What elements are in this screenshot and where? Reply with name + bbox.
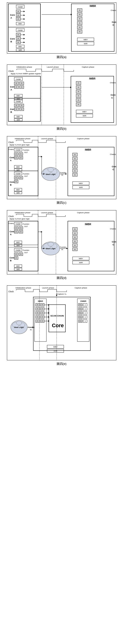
svg-text:PI: PI: [20, 157, 22, 159]
svg-text:PI: PI: [74, 166, 76, 168]
figure-e-section: Initialization phase Launch phase Captur…: [1, 285, 122, 367]
svg-text:WBY: WBY: [82, 111, 86, 113]
svg-text:Core: Core: [10, 108, 15, 110]
svg-text:Capture phase: Capture phase: [77, 212, 90, 214]
svg-text:PI: PI: [17, 42, 19, 43]
svg-text:B: B: [10, 260, 12, 262]
svg-text:Core: Core: [10, 156, 14, 159]
svg-text:PI: PI: [74, 245, 76, 246]
svg-text:WBY: WBY: [18, 23, 22, 24]
svg-text:IN: IN: [62, 174, 63, 176]
svg-text:Core: Core: [10, 230, 14, 233]
svg-text:B: B: [10, 184, 12, 186]
svg-text:WBY: WBY: [18, 46, 22, 47]
svg-text:Chains: Chains: [110, 228, 116, 230]
svg-point-287: [16, 321, 22, 325]
svg-text:PI: PI: [78, 100, 79, 101]
svg-text:OWBR: OWBR: [16, 250, 21, 251]
svg-text:PI: PI: [42, 312, 43, 314]
svg-text:IWBR: IWBR: [90, 5, 96, 8]
svg-text:PI: PI: [16, 108, 17, 110]
svg-text:PI: PI: [20, 254, 22, 255]
svg-text:WBY: WBY: [78, 258, 83, 260]
svg-text:OUT: OUT: [24, 176, 28, 177]
svg-text:B: B: [10, 40, 12, 43]
svg-text:WIR: WIR: [82, 115, 86, 117]
svg-text:WIR: WIR: [79, 262, 83, 264]
svg-text:PO: PO: [79, 320, 82, 322]
fig-c-caption: 圖四(c): [56, 201, 66, 205]
svg-text:PI: PI: [74, 232, 76, 234]
svg-text:Apply V₁ from glue logic: Apply V₁ from glue logic: [10, 144, 30, 146]
svg-text:Launch phase: Launch phase: [41, 212, 53, 214]
figure-e-diagram: Initialization phase Launch phase Captur…: [7, 285, 116, 360]
svg-text:WIR: WIR: [16, 245, 20, 246]
svg-text:WBY: WBY: [78, 182, 83, 184]
svg-text:X: X: [84, 316, 86, 318]
svg-text:Clock: Clock: [8, 70, 14, 72]
svg-text:WIR: WIR: [16, 169, 20, 171]
svg-text:PI: PI: [15, 254, 17, 255]
figure-d-section: Initialization phase Launch phase Captur…: [1, 210, 122, 281]
svg-text:PI: PI: [17, 38, 19, 40]
svg-text:PI: PI: [74, 154, 76, 156]
svg-text:Initialization phase: Initialization phase: [15, 212, 30, 214]
svg-text:Capture phase: Capture phase: [77, 138, 90, 140]
svg-text:WIR: WIR: [79, 186, 83, 188]
svg-text:PI: PI: [74, 249, 76, 250]
fig-b-caption: 圖四(b): [56, 126, 66, 131]
svg-text:Glue Logic: Glue Logic: [46, 173, 56, 176]
fig-e-caption: 圖四(e): [56, 362, 66, 366]
figures-container: Core A OWBR PI PI PI WBY: [0, 0, 123, 374]
svg-text:PO: PO: [79, 308, 82, 310]
svg-text:Clock: Clock: [8, 141, 14, 144]
fig-a-caption: 圖四(a): [56, 55, 66, 59]
svg-text:Initialization phase: Initialization phase: [16, 66, 32, 68]
svg-text:PI: PI: [21, 82, 22, 84]
svg-text:A: A: [10, 159, 12, 162]
svg-rect-129: [8, 147, 38, 196]
svg-text:PI: PI: [20, 177, 22, 179]
svg-text:PI: PI: [20, 231, 22, 233]
svg-text:PI: PI: [37, 312, 38, 314]
svg-text:PI: PI: [79, 14, 80, 16]
svg-text:Capture phase: Capture phase: [74, 287, 87, 289]
svg-text:OWBR: OWBR: [16, 223, 21, 225]
svg-text:PI: PI: [15, 227, 17, 229]
svg-text:PI: PI: [74, 236, 76, 238]
svg-text:Core: Core: [111, 94, 116, 96]
svg-text:X: X: [84, 308, 86, 310]
svg-text:Core: Core: [10, 38, 15, 40]
svg-text:WBY: WBY: [16, 166, 20, 168]
svg-text:Capture phase: Capture phase: [82, 66, 94, 68]
svg-text:PI: PI: [78, 87, 79, 88]
figure-c-diagram: Initialization phase Launch phase Captur…: [7, 136, 116, 199]
svg-text:PI: PI: [79, 22, 80, 24]
svg-text:Capture V₀: Capture V₀: [57, 293, 66, 295]
fig-d-caption: 圖四(d): [56, 276, 66, 280]
svg-text:WBY: WBY: [83, 38, 88, 41]
svg-text:C: C: [111, 96, 113, 99]
svg-text:PI: PI: [42, 320, 43, 322]
figure-b-section: Initialization phase Launch phase Captur…: [1, 64, 122, 132]
svg-text:WBY: WBY: [16, 95, 20, 96]
svg-text:PI: PI: [37, 320, 38, 322]
svg-text:PI: PI: [79, 10, 80, 11]
svg-text:PI: PI: [37, 308, 38, 310]
svg-text:Launch phase: Launch phase: [47, 66, 59, 68]
svg-text:SCAN CHAIN: SCAN CHAIN: [50, 314, 64, 317]
svg-text:OWBR: OWBR: [16, 78, 21, 80]
svg-text:PI: PI: [42, 316, 43, 318]
svg-text:Chains: Chains: [110, 82, 116, 84]
svg-text:X: X: [84, 312, 86, 314]
svg-text:PI: PI: [21, 86, 22, 88]
svg-text:PI: PI: [17, 11, 19, 12]
svg-text:IN: IN: [30, 329, 32, 330]
svg-text:OUT: OUT: [24, 252, 28, 254]
svg-text:Apply V₁ from IWBR update regi: Apply V₁ from IWBR update register: [11, 72, 41, 75]
svg-text:Initialization phase: Initialization phase: [16, 287, 31, 289]
svg-text:PI: PI: [15, 231, 17, 233]
figure-a-section: Core A OWBR PI PI PI WBY: [1, 2, 122, 60]
svg-text:Function: Function: [23, 173, 29, 175]
svg-text:Function: Function: [60, 172, 66, 174]
